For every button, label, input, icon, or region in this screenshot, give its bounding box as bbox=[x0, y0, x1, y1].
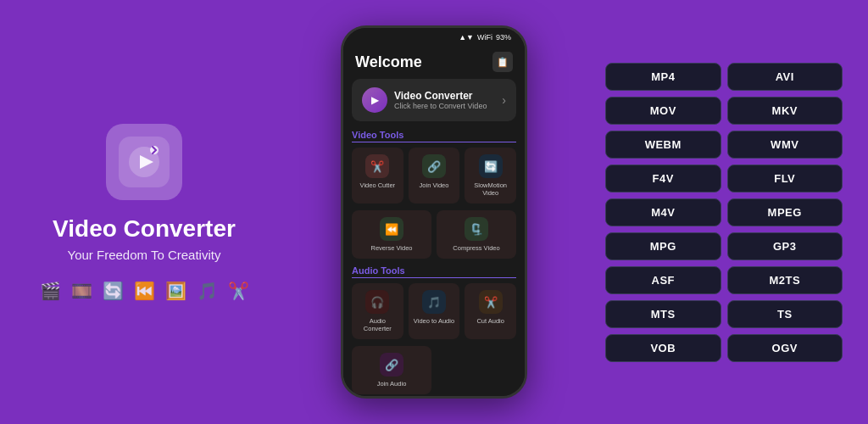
app-title: Video Converter bbox=[53, 215, 236, 243]
slow-motion-label: SlowMotion Video bbox=[468, 181, 513, 197]
feature-icons-row: 🎬 🎞️ 🔄 ⏮️ 🖼️ 🎵 ✂️ bbox=[40, 281, 249, 301]
format-btn-vob[interactable]: VOB bbox=[605, 334, 721, 362]
app-icon bbox=[106, 124, 182, 200]
feature-icon-1: 🎬 bbox=[40, 281, 61, 301]
video-tools-grid: ✂️ Video Cutter 🔗 Join Video 🔄 SlowMotio… bbox=[352, 148, 516, 204]
signal-icon: ▲▼ bbox=[459, 33, 474, 42]
format-btn-mov[interactable]: MOV bbox=[605, 97, 721, 125]
format-btn-avi[interactable]: AVI bbox=[727, 63, 843, 91]
wifi-icon: WiFi bbox=[477, 33, 492, 42]
format-grid: MP4AVIMOVMKVWEBMWMVF4VFLVM4VMPEGMPGGP3AS… bbox=[605, 63, 843, 362]
format-btn-f4v[interactable]: F4V bbox=[605, 165, 721, 192]
banner-logo: ▶ bbox=[362, 87, 387, 113]
banner-title: Video Converter bbox=[394, 90, 487, 102]
video-to-audio-label: Video to Audio bbox=[414, 317, 454, 325]
format-btn-mts[interactable]: MTS bbox=[605, 300, 721, 328]
converter-banner[interactable]: ▶ Video Converter Click here to Convert … bbox=[352, 79, 516, 121]
feature-icon-6: 🎵 bbox=[197, 281, 218, 301]
video-tools-grid-2: ⏪ Reverse Video 🗜️ Compress Video bbox=[352, 210, 516, 259]
tool-video-cutter[interactable]: ✂️ Video Cutter bbox=[352, 148, 403, 204]
video-to-audio-icon: 🎵 bbox=[422, 290, 446, 314]
feature-icon-5: 🖼️ bbox=[165, 281, 186, 301]
format-btn-mkv[interactable]: MKV bbox=[727, 97, 843, 125]
feature-icon-4: ⏮️ bbox=[134, 281, 155, 301]
compress-video-icon: 🗜️ bbox=[465, 217, 488, 241]
join-audio-label: Join Audio bbox=[377, 380, 407, 388]
tool-join-video[interactable]: 🔗 Join Video bbox=[409, 148, 460, 204]
feature-icon-2: 🎞️ bbox=[71, 281, 92, 301]
format-btn-ogv[interactable]: OGV bbox=[727, 334, 843, 362]
tool-join-audio[interactable]: 🔗 Join Audio bbox=[352, 346, 431, 394]
compress-video-label: Compress Video bbox=[453, 244, 499, 252]
tool-slow-motion[interactable]: 🔄 SlowMotion Video bbox=[465, 148, 516, 204]
join-video-label: Join Video bbox=[420, 181, 449, 189]
audio-converter-label: Audio Converter bbox=[355, 317, 400, 332]
audio-tools-label: Audio Tools bbox=[352, 265, 516, 278]
banner-subtitle: Click here to Convert Video bbox=[394, 102, 487, 110]
join-audio-icon: 🔗 bbox=[380, 353, 403, 377]
format-btn-wmv[interactable]: WMV bbox=[727, 131, 843, 159]
header-action-icon[interactable]: 📋 bbox=[492, 52, 513, 72]
tool-cut-audio[interactable]: ✂️ Cut Audio bbox=[465, 283, 516, 339]
tool-compress-video[interactable]: 🗜️ Compress Video bbox=[437, 210, 516, 259]
phone-header: Welcome 📋 bbox=[343, 47, 525, 79]
phone-welcome-title: Welcome bbox=[355, 53, 422, 71]
format-btn-asf[interactable]: ASF bbox=[605, 266, 721, 294]
app-subtitle: Your Freedom To Creativity bbox=[68, 248, 221, 262]
video-tools-label: Video Tools bbox=[352, 130, 516, 142]
feature-icon-7: ✂️ bbox=[228, 281, 249, 301]
format-btn-mpeg[interactable]: MPEG bbox=[727, 198, 843, 226]
reverse-video-label: Reverse Video bbox=[370, 244, 412, 252]
format-btn-mpg[interactable]: MPG bbox=[605, 232, 721, 260]
feature-icon-3: 🔄 bbox=[103, 281, 124, 301]
format-btn-gp3[interactable]: GP3 bbox=[727, 232, 843, 260]
battery-icon: 93% bbox=[496, 33, 511, 42]
video-cutter-label: Video Cutter bbox=[360, 181, 396, 189]
video-cutter-icon: ✂️ bbox=[365, 154, 389, 178]
reverse-video-icon: ⏪ bbox=[380, 217, 403, 241]
tool-audio-converter[interactable]: 🎧 Audio Converter bbox=[352, 283, 403, 339]
cut-audio-icon: ✂️ bbox=[479, 290, 503, 314]
left-section: Video Converter Your Freedom To Creativi… bbox=[25, 124, 263, 301]
slow-motion-icon: 🔄 bbox=[479, 154, 503, 178]
format-btn-ts[interactable]: TS bbox=[727, 300, 843, 328]
format-btn-m4v[interactable]: M4V bbox=[605, 198, 721, 226]
tool-video-to-audio[interactable]: 🎵 Video to Audio bbox=[409, 283, 460, 339]
phone-container: ▲▼ WiFi 93% Welcome 📋 ▶ Video Converter … bbox=[298, 25, 570, 399]
status-icons: ▲▼ WiFi 93% bbox=[459, 33, 511, 42]
cut-audio-label: Cut Audio bbox=[476, 317, 504, 325]
format-btn-webm[interactable]: WEBM bbox=[605, 131, 721, 159]
audio-tools-grid-2: 🔗 Join Audio bbox=[352, 346, 516, 394]
banner-text: Video Converter Click here to Convert Vi… bbox=[394, 90, 487, 110]
status-bar: ▲▼ WiFi 93% bbox=[343, 28, 525, 47]
audio-converter-icon: 🎧 bbox=[365, 290, 389, 314]
svg-point-3 bbox=[150, 146, 159, 154]
phone-content[interactable]: ▶ Video Converter Click here to Convert … bbox=[343, 79, 525, 396]
phone-mockup: ▲▼ WiFi 93% Welcome 📋 ▶ Video Converter … bbox=[341, 25, 527, 399]
format-btn-m2ts[interactable]: M2TS bbox=[727, 266, 843, 294]
format-btn-mp4[interactable]: MP4 bbox=[605, 63, 721, 91]
banner-left: ▶ Video Converter Click here to Convert … bbox=[362, 87, 487, 113]
tool-reverse-video[interactable]: ⏪ Reverse Video bbox=[352, 210, 431, 259]
format-btn-flv[interactable]: FLV bbox=[727, 165, 843, 192]
audio-tools-grid: 🎧 Audio Converter 🎵 Video to Audio ✂️ Cu… bbox=[352, 283, 516, 339]
banner-arrow-icon: › bbox=[502, 93, 506, 107]
join-video-icon: 🔗 bbox=[422, 154, 446, 178]
